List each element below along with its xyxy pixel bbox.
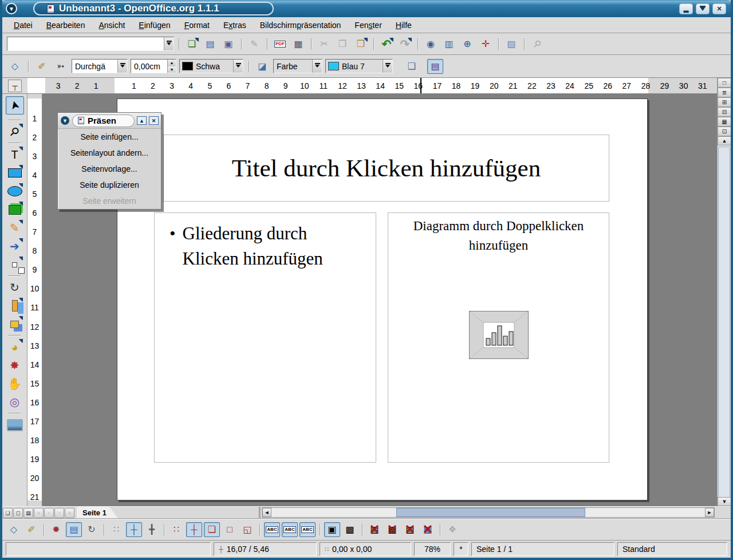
spin-up-icon[interactable]: ▲ xyxy=(168,60,176,66)
spin-down-icon[interactable]: ▼ xyxy=(168,66,176,73)
minimize-button[interactable]: ▂ xyxy=(679,3,693,14)
palette-close-button[interactable]: ✕ xyxy=(149,116,159,125)
ellipse-tool[interactable] xyxy=(6,182,24,200)
fill-color-combo[interactable]: Blau 7 xyxy=(325,59,393,73)
animation-effects-tool[interactable]: ✸ xyxy=(6,356,24,374)
open-button[interactable]: ▤ xyxy=(202,37,218,52)
select-text-area-button[interactable]: ABC xyxy=(282,522,298,537)
load-url-combo[interactable] xyxy=(7,37,174,51)
layer-mode-button[interactable]: ▤ xyxy=(23,508,33,518)
contour-mode-button[interactable]: ▩ xyxy=(384,522,400,537)
menu-format[interactable]: Format xyxy=(178,18,216,32)
insert-image-button[interactable]: ▨ xyxy=(503,37,519,52)
menu-bildschirmpraesentation[interactable]: Bildschirmpräsentation xyxy=(253,18,348,32)
rotate-tool[interactable]: ↻ xyxy=(6,278,24,297)
simple-handling-button[interactable]: ▤ xyxy=(66,522,82,537)
presentation-tool[interactable] xyxy=(6,416,24,434)
horizontal-scroll-thumb[interactable] xyxy=(396,508,585,517)
line-color-dropdown[interactable] xyxy=(233,60,243,73)
save-button[interactable]: ▣ xyxy=(220,37,237,52)
line-style-dropdown[interactable] xyxy=(117,60,127,73)
status-style-cell[interactable]: Standard xyxy=(617,542,727,556)
horizontal-ruler[interactable]: 3211234567891011121314151617181920212223… xyxy=(27,78,719,94)
snap-to-margins-button[interactable]: ❏ xyxy=(204,522,220,537)
new-document-button[interactable]: ❏ xyxy=(184,37,200,52)
palette-rollup-button[interactable]: ▲ xyxy=(137,116,147,125)
export-pdf-button[interactable]: PDF xyxy=(272,37,288,52)
titlebar[interactable]: ▼ Unbenannt3 - OpenOffice.org 1.1.1 ▂ ✕ xyxy=(0,0,733,17)
palette-item-seitenvorlage[interactable]: Seitenvorlage... xyxy=(58,161,161,177)
palette-item-seitenlayout-aendern[interactable]: Seitenlayout ändern... xyxy=(58,145,161,161)
3d-objects-tool[interactable] xyxy=(6,200,24,219)
snap-to-grid-button[interactable]: ∷ xyxy=(168,522,184,537)
line-contour-button[interactable]: ▦ xyxy=(420,522,436,537)
ruler-origin-box[interactable]: ┬ xyxy=(2,78,27,94)
master-mode-button[interactable]: ◻ xyxy=(13,508,23,518)
slide-page[interactable]: Titel durch Klicken hinzufügen • Glieder… xyxy=(117,98,648,500)
snap-to-points-button[interactable]: ◱ xyxy=(239,522,255,537)
maximize-button[interactable] xyxy=(696,3,710,14)
curve-tool[interactable]: ✎ xyxy=(6,219,24,237)
palette-item-seite-duplizieren[interactable]: Seite duplizieren xyxy=(58,177,161,193)
alignment-tool[interactable] xyxy=(6,297,24,315)
paste-button[interactable]: ❒ xyxy=(353,37,369,52)
text-tool[interactable]: T xyxy=(6,145,24,164)
snap-to-border-button[interactable]: □ xyxy=(222,522,238,537)
line-width-spinner[interactable]: 0,00cm ▲▼ xyxy=(131,59,176,73)
drawing-view-button[interactable]: □ xyxy=(718,78,731,88)
vertical-scroll-thumb[interactable] xyxy=(718,147,730,498)
undo-button[interactable]: ↶ xyxy=(379,37,395,52)
scroll-left-button[interactable]: ◄ xyxy=(262,508,271,517)
palette-titlebar[interactable]: ▼ Präsen ▲ ✕ xyxy=(58,113,161,129)
rotate-on-click-button[interactable]: ↻ xyxy=(84,522,100,537)
presentation-box-toggle[interactable]: ▤ xyxy=(427,59,443,74)
scroll-down-button[interactable]: ▼ xyxy=(718,497,731,506)
menu-hilfe[interactable]: Hilfe xyxy=(389,18,419,32)
zoom-tool[interactable]: ⚲ xyxy=(6,123,24,141)
menu-bearbeiten[interactable]: Bearbeiten xyxy=(40,18,92,32)
window-menu-button[interactable]: ▼ xyxy=(6,3,17,14)
slides-view-button[interactable]: ⊞ xyxy=(718,97,731,107)
close-button[interactable]: ✕ xyxy=(712,3,726,14)
guides-visible-button[interactable]: ┼ xyxy=(126,522,142,537)
stylist-button[interactable]: ▥ xyxy=(441,37,457,52)
menu-ansicht[interactable]: Ansicht xyxy=(92,18,132,32)
rotation-mode-button[interactable]: ✐ xyxy=(23,522,40,537)
zoom-page-button[interactable]: ✛ xyxy=(478,37,494,52)
quick-edit-button[interactable]: ABC xyxy=(264,522,280,537)
palette-item-seite-einfuegen[interactable]: Seite einfügen... xyxy=(58,129,161,145)
rectangle-tool[interactable] xyxy=(6,164,24,182)
double-click-text-button[interactable]: ABC xyxy=(299,522,316,537)
page-tab[interactable]: Seite 1 xyxy=(77,507,118,518)
insert-tool[interactable]: ◕ xyxy=(6,338,24,356)
fill-style-dropdown[interactable] xyxy=(312,60,322,73)
horizontal-scrollbar[interactable]: ◄ ► xyxy=(262,507,715,518)
navigator-button[interactable]: ◉ xyxy=(423,37,439,52)
outline-view-button[interactable]: ≣ xyxy=(718,88,731,97)
fill-style-combo[interactable]: Farbe xyxy=(273,59,322,73)
line-color-combo[interactable]: Schwa xyxy=(179,59,243,73)
guides-front-button[interactable]: ╋ xyxy=(144,522,160,537)
scroll-up-button[interactable]: ▲ xyxy=(718,136,731,145)
grid-visible-button[interactable]: ∷ xyxy=(108,522,124,537)
edit-points-button[interactable]: ◇ xyxy=(6,522,22,537)
menu-datei[interactable]: Datei xyxy=(7,18,40,32)
spinner-buttons[interactable]: ▲▼ xyxy=(167,60,176,73)
url-dropdown-button[interactable] xyxy=(164,37,174,50)
print-button[interactable]: ▦ xyxy=(290,37,306,52)
text-placeholder-button[interactable]: ▧ xyxy=(402,522,418,537)
outline-placeholder[interactable]: • Gliederung durch Klicken hinzufügen xyxy=(154,212,376,463)
line-dialog-button[interactable]: ✐ xyxy=(34,59,50,74)
snap-to-guides-button[interactable]: ┼ xyxy=(186,522,202,537)
menu-fenster[interactable]: Fenster xyxy=(348,18,388,32)
select-tool[interactable]: ➤ xyxy=(6,96,24,115)
palette-menu-button[interactable]: ▼ xyxy=(60,116,70,125)
fill-color-dropdown[interactable] xyxy=(383,60,392,73)
lines-arrows-tool[interactable]: ➔ xyxy=(6,237,24,255)
status-zoom-cell[interactable]: 78% xyxy=(414,542,451,556)
area-dialog-button[interactable]: ◪ xyxy=(254,59,270,74)
line-style-combo[interactable]: Durchgä xyxy=(72,59,128,73)
3d-effects-tool[interactable]: ◎ xyxy=(6,393,24,411)
large-handles-button[interactable]: ▩ xyxy=(342,522,358,537)
menu-extras[interactable]: Extras xyxy=(216,18,253,32)
